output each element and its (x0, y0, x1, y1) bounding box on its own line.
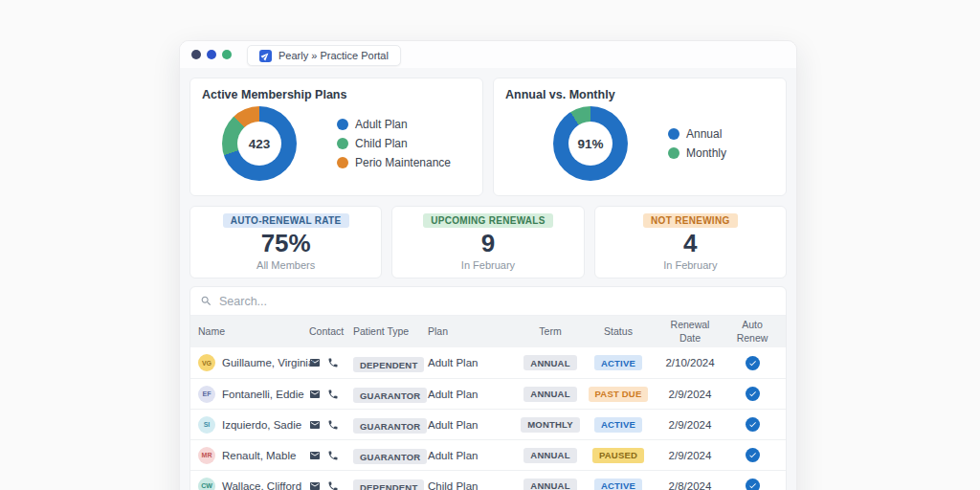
search-input[interactable] (219, 295, 776, 308)
table-row[interactable]: VGGuillaume, VirginiaDEPENDENTAdult Plan… (190, 347, 786, 378)
column-header[interactable]: Patient Type (353, 325, 428, 338)
table-row[interactable]: MRRenault, MableGUARANTORAdult PlanANNUA… (190, 439, 786, 470)
auto-renew-toggle[interactable] (746, 479, 760, 490)
auto-renew-toggle[interactable] (746, 356, 760, 370)
membership-plans-legend: Adult PlanChild PlanPerio Maintenance (337, 118, 451, 169)
patient-type-badge: DEPENDENT (353, 479, 424, 490)
term-cell: MONTHLY (520, 417, 581, 433)
email-icon[interactable] (309, 357, 321, 368)
auto-renew-cell (724, 387, 780, 401)
column-header-label: Auto Renew (730, 319, 774, 344)
status-badge: PAUSED (592, 448, 644, 463)
legend-label: Monthly (686, 146, 726, 160)
column-header[interactable]: Auto Renew (724, 319, 780, 344)
stat-card: AUTO-RENEWAL RATE75%All Members (189, 206, 382, 278)
phone-icon[interactable] (327, 389, 339, 400)
contact-cell (309, 450, 353, 461)
legend-label: Annual (686, 127, 722, 141)
auto-renew-toggle[interactable] (746, 387, 760, 401)
legend-item: Adult Plan (337, 118, 451, 131)
active-membership-plans-card: Active Membership Plans 423 Adult PlanCh… (189, 78, 483, 196)
status-cell: ACTIVE (581, 355, 656, 370)
members-table-card: NameContactPatient TypePlanTermStatusRen… (189, 286, 787, 490)
stat-value: 75% (261, 230, 311, 257)
patient-type-cell: DEPENDENT (353, 354, 428, 371)
renewal-date-cell: 2/9/2024 (656, 389, 724, 400)
plan-name: Adult Plan (428, 419, 520, 431)
renewal-date: 2/9/2024 (669, 419, 712, 431)
window-control-dot[interactable] (222, 50, 232, 59)
stat-value: 9 (481, 230, 495, 257)
phone-icon[interactable] (327, 419, 339, 431)
donut-center-value: 423 (237, 122, 281, 166)
term-badge: ANNUAL (523, 387, 576, 402)
column-header[interactable]: Status (581, 325, 656, 338)
renewal-date-cell: 2/9/2024 (656, 419, 724, 431)
dashboard-content: Active Membership Plans 423 Adult PlanCh… (180, 68, 796, 490)
donut-center-value: 91% (568, 122, 612, 166)
email-icon[interactable] (309, 389, 321, 400)
term-cell: ANNUAL (520, 479, 581, 490)
column-header-label: Status (604, 325, 633, 337)
search-icon (200, 295, 212, 307)
plan-name: Adult Plan (428, 357, 520, 368)
table-row[interactable]: CWWallace, CliffordDEPENDENTChild PlanAN… (190, 470, 786, 490)
column-header-label: Patient Type (353, 325, 409, 337)
patient-type-badge: DEPENDENT (353, 357, 424, 372)
column-header[interactable]: Renewal Date (656, 319, 724, 344)
status-badge: ACTIVE (594, 417, 642, 433)
table-row[interactable]: SIIzquierdo, SadieGUARANTORAdult PlanMON… (190, 409, 786, 439)
renewal-date: 2/8/2024 (669, 480, 712, 490)
pearly-logo-icon (259, 50, 272, 62)
member-name: Guillaume, Virginia (222, 357, 314, 368)
auto-renew-cell (724, 356, 780, 370)
term-badge: ANNUAL (523, 448, 576, 463)
column-header-label: Contact (309, 325, 344, 337)
checkmark-icon (748, 481, 757, 490)
email-icon[interactable] (309, 450, 321, 461)
browser-window: Pearly » Practice Portal Active Membersh… (179, 40, 797, 490)
column-header-label: Name (198, 325, 225, 337)
legend-label: Adult Plan (355, 118, 408, 131)
legend-dot (337, 119, 348, 130)
table-row[interactable]: EFFontanelli, EddieGUARANTORAdult PlanAN… (190, 378, 786, 409)
window-control-dot[interactable] (191, 50, 201, 59)
window-controls[interactable] (191, 50, 232, 59)
checkmark-icon (748, 451, 757, 459)
stat-value: 4 (683, 230, 697, 257)
plan-name: Adult Plan (428, 450, 520, 461)
auto-renew-cell (724, 448, 780, 462)
column-header[interactable]: Term (520, 325, 581, 338)
term-badge: ANNUAL (523, 479, 576, 490)
term-cell: ANNUAL (520, 355, 581, 370)
checkmark-icon (748, 359, 757, 368)
avatar: SI (198, 416, 215, 434)
search-bar[interactable] (190, 287, 786, 316)
auto-renew-toggle[interactable] (746, 417, 760, 432)
phone-icon[interactable] (327, 480, 339, 490)
column-header[interactable]: Name (198, 325, 309, 338)
email-icon[interactable] (309, 419, 321, 431)
term-cell: ANNUAL (520, 448, 581, 463)
phone-icon[interactable] (327, 450, 339, 461)
legend-item: Perio Maintenance (337, 156, 451, 169)
name-cell: VGGuillaume, Virginia (198, 354, 309, 371)
patient-type-badge: GUARANTOR (353, 449, 427, 464)
legend-dot (668, 147, 679, 159)
member-name: Renault, Mable (222, 450, 296, 461)
annual-monthly-donut-chart: 91% (553, 106, 628, 181)
window-control-dot[interactable] (207, 50, 216, 59)
term-badge: ANNUAL (523, 355, 576, 370)
checkmark-icon (748, 420, 757, 429)
browser-tab[interactable]: Pearly » Practice Portal (247, 45, 401, 66)
avatar: MR (198, 447, 215, 464)
column-header[interactable]: Contact (309, 325, 353, 338)
email-icon[interactable] (309, 480, 321, 490)
auto-renew-toggle[interactable] (746, 448, 760, 462)
table-header-row: NameContactPatient TypePlanTermStatusRen… (190, 316, 786, 347)
stat-subtitle: In February (461, 259, 515, 271)
phone-icon[interactable] (327, 357, 339, 368)
column-header[interactable]: Plan (428, 325, 520, 338)
legend-dot (337, 157, 348, 168)
column-header-label: Term (539, 325, 561, 337)
